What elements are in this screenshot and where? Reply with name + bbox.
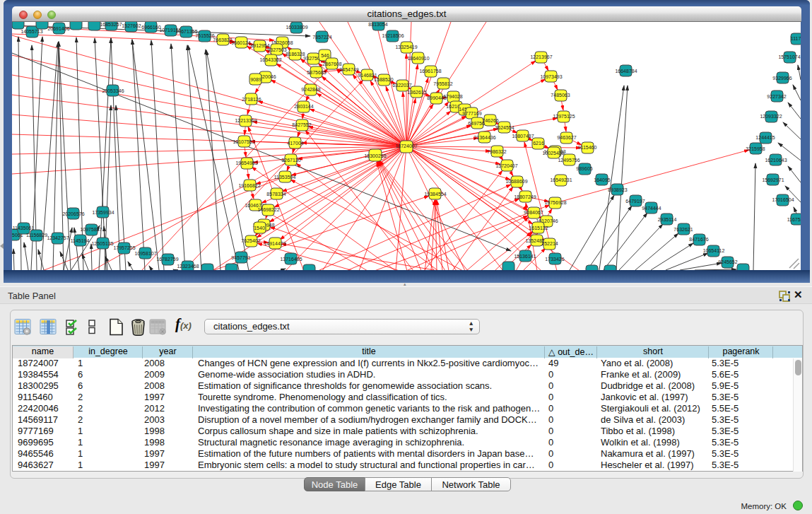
svg-text:1362615: 1362615 [407,90,426,95]
svg-text:18300295: 18300295 [364,153,386,158]
svg-text:18724007: 18724007 [395,144,417,148]
svg-text:15136141: 15136141 [514,254,536,259]
svg-text:7485063: 7485063 [551,93,570,98]
svg-text:20691406: 20691406 [47,26,69,31]
svg-text:7515526: 7515526 [195,33,214,38]
svg-text:12093322: 12093322 [760,114,782,119]
svg-text:16648784: 16648784 [615,69,637,74]
svg-text:19166822: 19166822 [238,183,260,188]
svg-text:2803144: 2803144 [294,104,313,109]
svg-text:7632621: 7632621 [673,227,693,232]
svg-text:19756928: 19756928 [544,200,566,205]
svg-text:9242848: 9242848 [301,87,320,92]
svg-text:9084067: 9084067 [524,210,543,215]
svg-text:7986322: 7986322 [487,149,506,154]
svg-text:17957255: 17957255 [113,245,135,250]
svg-text:12213369: 12213369 [235,118,257,123]
svg-text:8454749: 8454749 [339,67,358,72]
svg-text:1540: 1540 [254,226,265,230]
svg-text:9329966: 9329966 [772,76,792,81]
svg-text:11435061: 11435061 [13,226,35,230]
svg-text:12495756: 12495756 [558,158,579,163]
svg-text:417004: 417004 [287,141,303,146]
svg-text:9457791: 9457791 [231,255,250,260]
svg-text:20206576: 20206576 [62,211,84,216]
svg-text:3624554: 3624554 [495,125,514,130]
svg-text:16543362: 16543362 [259,57,281,62]
svg-text:8938923: 8938923 [608,187,627,192]
svg-text:1527602: 1527602 [122,23,141,28]
svg-text:17016504: 17016504 [772,197,794,202]
svg-text:14055713: 14055713 [20,29,42,34]
svg-text:8578334: 8578334 [266,192,286,197]
svg-text:7857224: 7857224 [312,35,331,40]
svg-text:16549231: 16549231 [550,177,572,182]
svg-text:6794028: 6794028 [443,94,462,99]
svg-text:6966160: 6966160 [141,25,160,30]
svg-text:1145194: 1145194 [71,238,90,243]
svg-text:12323468: 12323468 [177,264,199,269]
svg-text:11353594: 11353594 [274,175,296,180]
svg-text:8186328: 8186328 [286,52,305,57]
svg-text:15692971: 15692971 [762,177,784,182]
svg-text:9227342: 9227342 [767,94,786,99]
svg-text:9777169: 9777169 [462,111,481,116]
svg-text:5875685: 5875685 [307,70,326,75]
svg-text:21364436: 21364436 [473,135,495,140]
svg-text:6322037: 6322037 [392,83,411,88]
svg-text:1615132: 1615132 [529,226,548,230]
svg-text:9474444: 9474444 [642,206,661,211]
svg-text:8471676: 8471676 [689,237,708,242]
svg-text:8813054: 8813054 [368,22,387,27]
svg-text:16961758: 16961758 [419,69,441,74]
svg-text:164095: 164095 [594,177,610,182]
svg-text:16782759: 16782759 [156,257,178,262]
svg-text:19218506: 19218506 [382,33,404,38]
svg-text:3267130: 3267130 [281,158,300,163]
svg-text:10107553: 10107553 [233,139,254,144]
svg-text:9089: 9089 [250,77,261,82]
svg-text:746266: 746266 [482,118,498,123]
svg-text:18640910: 18640910 [407,56,429,61]
svg-text:1244415: 1244415 [755,135,775,140]
svg-text:10688609: 10688609 [505,179,527,184]
svg-text:17359934: 17359934 [92,210,114,215]
svg-text:3215958: 3215958 [746,146,765,151]
svg-text:18807249: 18807249 [514,194,536,199]
svg-text:13716485: 13716485 [280,257,302,262]
svg-text:7955812: 7955812 [433,81,452,86]
svg-text:1733426: 1733426 [545,257,564,262]
svg-text:16033809: 16033809 [286,25,307,30]
svg-text:12505135: 12505135 [91,241,113,246]
svg-text:15751074: 15751074 [778,54,800,59]
svg-text:9245652: 9245652 [718,259,737,264]
svg-text:252214: 252214 [541,241,558,246]
svg-text:9115460: 9115460 [578,145,597,150]
svg-text:12213967: 12213967 [530,54,552,59]
svg-text:14698222: 14698222 [257,207,279,212]
svg-text:1588520: 1588520 [374,77,393,82]
svg-text:9463627: 9463627 [557,135,576,140]
svg-text:10671355: 10671355 [175,29,197,34]
svg-text:11173: 11173 [791,36,801,41]
svg-text:2867608: 2867608 [322,62,341,66]
svg-text:12975125: 12975125 [553,114,575,119]
svg-text:2935114: 2935114 [658,217,677,222]
svg-text:13325419: 13325419 [395,45,417,49]
svg-text:10025438: 10025438 [542,151,564,156]
svg-text:8427552: 8427552 [292,122,311,127]
svg-text:9660124: 9660124 [231,40,250,45]
svg-text:1167534: 1167534 [787,217,801,222]
svg-text:10958107: 10958107 [134,251,156,256]
svg-text:10807487: 10807487 [512,134,534,139]
svg-text:12342757: 12342757 [47,235,69,240]
svg-text:14914479: 14914479 [264,241,286,246]
svg-text:7663822: 7663822 [213,37,232,42]
svg-text:15720407: 15720407 [495,163,517,168]
svg-text:16210643: 16210643 [765,158,787,163]
svg-text:10975887: 10975887 [80,227,102,232]
svg-text:19384554: 19384554 [424,192,446,197]
svg-text:20053346: 20053346 [102,88,124,93]
svg-text:11156829: 11156829 [26,233,47,238]
svg-text:7625402: 7625402 [241,238,260,243]
